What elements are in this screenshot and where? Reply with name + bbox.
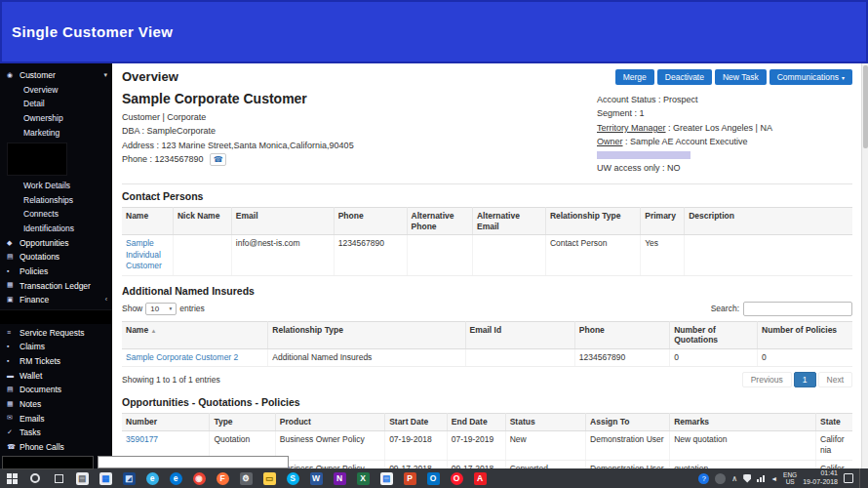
col-number[interactable]: Number xyxy=(122,414,210,431)
internet-explorer-icon: e xyxy=(146,472,159,485)
network-icon[interactable] xyxy=(757,474,765,482)
search-label: Search: xyxy=(711,304,739,313)
claims-icon: ▪ xyxy=(7,343,16,351)
pagination-previous[interactable]: Previous xyxy=(742,372,792,387)
taskbar-app-onenote[interactable]: N xyxy=(328,468,351,488)
sidebar-item-tasks[interactable]: ✓ Tasks xyxy=(0,426,112,440)
sidebar-item-relationships[interactable]: Relationships xyxy=(0,193,112,208)
opportunity-number-link[interactable]: 3590177 xyxy=(126,434,158,444)
col-relationship-type[interactable]: Relationship Type xyxy=(268,321,465,348)
taskbar-app-notepad[interactable]: ▤ xyxy=(70,468,94,488)
sidebar-item-documents[interactable]: ▤ Documents xyxy=(0,383,112,397)
ani-customer-link[interactable]: Sample Corporate Customer 2 xyxy=(126,352,238,362)
sidebar-item-phone-calls[interactable]: ☎ Phone Calls xyxy=(0,440,112,455)
col-phone: Phone xyxy=(334,207,407,234)
taskbar-app-calendar[interactable]: ▦ xyxy=(94,468,117,488)
col-name[interactable]: Name ▲ xyxy=(122,321,268,348)
scrollbar-thumb[interactable] xyxy=(863,65,868,148)
excel-icon: X xyxy=(357,472,370,485)
col-number-of-policies[interactable]: Number of Policies xyxy=(758,321,852,348)
sidebar-item-rm-tickets[interactable]: ▪ RM Tickets xyxy=(0,354,112,369)
call-button[interactable]: ☎ xyxy=(210,153,226,166)
col-start-date[interactable]: Start Date xyxy=(385,414,448,431)
redaction-block xyxy=(7,142,67,176)
sidebar-item-customer[interactable]: ◉ Customer ▾ xyxy=(0,68,112,83)
tray-app-icon[interactable] xyxy=(715,473,726,484)
taskbar-app-edge[interactable]: e xyxy=(164,468,187,488)
col-number-of-quotations[interactable]: Number of Quotations xyxy=(670,321,758,348)
taskbar-app-internet-explorer[interactable]: e xyxy=(140,468,164,488)
sidebar-item-service-requests[interactable]: ≡ Service Requests xyxy=(0,326,112,341)
action-center-icon[interactable] xyxy=(844,473,853,483)
deactivate-button[interactable]: Deactivate xyxy=(657,69,712,85)
chevron-down-icon: ▾ xyxy=(842,74,845,81)
sidebar-item-work-details[interactable]: Work Details xyxy=(0,179,112,193)
communications-dropdown-button[interactable]: Communications ▾ xyxy=(769,69,852,85)
taskbar-app-excel[interactable]: X xyxy=(351,468,375,488)
language-indicator[interactable]: ENG US xyxy=(783,471,797,486)
vertical-scrollbar[interactable] xyxy=(861,63,868,468)
task-view-button[interactable] xyxy=(47,468,70,488)
col-type[interactable]: Type xyxy=(210,414,275,431)
sidebar-item-finance[interactable]: ▣ Finance ‹ xyxy=(0,293,112,307)
show-desktop-button[interactable] xyxy=(859,468,863,488)
ani-search-input[interactable] xyxy=(743,302,852,316)
new-task-button[interactable]: New Task xyxy=(715,69,767,85)
page-size-select[interactable]: 10 ▾ xyxy=(145,303,177,315)
taskbar-app-chrome[interactable]: ◉ xyxy=(187,468,211,488)
start-button[interactable] xyxy=(0,468,23,488)
ani-row: Sample Corporate Customer 2 Additional N… xyxy=(122,348,852,366)
volume-icon[interactable]: ◄ xyxy=(770,475,777,482)
col-assign-to[interactable]: Assign To xyxy=(586,414,670,431)
sidebar-item-wallet[interactable]: ▬ Wallet xyxy=(0,369,112,384)
taskbar-app-wordpad[interactable]: ▤ xyxy=(375,468,398,488)
col-end-date[interactable]: End Date xyxy=(447,414,505,431)
col-email-id[interactable]: Email Id xyxy=(465,321,574,348)
customer-name: Sample Corporate Customer xyxy=(122,91,354,106)
help-icon[interactable]: ? xyxy=(698,473,709,484)
sidebar-item-ownership[interactable]: Ownership xyxy=(0,111,112,126)
sidebar-item-detail[interactable]: Detail xyxy=(0,97,112,111)
sidebar-nav: ◉ Customer ▾ Overview Detail Ownership M… xyxy=(0,63,112,468)
sidebar-item-notes[interactable]: ▦ Notes xyxy=(0,397,112,412)
taskbar-app-file-explorer[interactable]: ▭ xyxy=(257,468,281,488)
app-title: Single Customer View xyxy=(12,23,173,40)
pagination-next[interactable]: Next xyxy=(818,372,852,387)
sidebar-item-transaction-ledger[interactable]: ▦ Transaction Ledger xyxy=(0,279,112,294)
sidebar-item-marketing[interactable]: Marketing xyxy=(0,126,112,141)
taskbar-app-firefox[interactable]: F xyxy=(211,468,234,488)
cortana-button[interactable] xyxy=(23,468,47,488)
cell-assign-to: Demonstration User xyxy=(586,460,670,468)
cell-product: Business Owner Policy xyxy=(275,460,384,468)
merge-button[interactable]: Merge xyxy=(615,69,654,85)
col-phone[interactable]: Phone xyxy=(574,321,669,348)
col-status[interactable]: Status xyxy=(505,414,585,431)
taskbar-app-photos[interactable]: ◩ xyxy=(117,468,140,488)
sidebar-item-quotations[interactable]: ▤ Quotations xyxy=(0,250,112,264)
sidebar-item-opportunities[interactable]: ◆ Opportunities xyxy=(0,236,112,251)
pagination-page-1[interactable]: 1 xyxy=(794,372,816,387)
taskbar-app-acrobat[interactable]: A xyxy=(468,468,492,488)
taskbar-app-outlook[interactable]: O xyxy=(421,468,445,488)
col-state[interactable]: State xyxy=(816,414,853,431)
taskbar-app-skype[interactable]: S xyxy=(281,468,304,488)
cell-remarks: quotation xyxy=(670,460,816,468)
sidebar-item-identifications[interactable]: Identifications xyxy=(0,222,112,236)
taskbar-app-word[interactable]: W xyxy=(304,468,328,488)
hidden-icons-chevron[interactable]: ∧ xyxy=(731,474,737,483)
taskbar-app-powerpoint[interactable]: P xyxy=(398,468,421,488)
col-remarks[interactable]: Remarks xyxy=(670,414,816,431)
contact-person-link[interactable]: Sample Individual Customer xyxy=(126,238,162,270)
sidebar-item-emails[interactable]: ✉ Emails xyxy=(0,412,112,427)
sidebar-item-claims[interactable]: ▪ Claims xyxy=(0,340,112,354)
taskbar-app-settings[interactable]: ⚙ xyxy=(234,468,257,488)
taskbar-clock[interactable]: 01:41 19-07-2018 xyxy=(803,469,838,487)
taskbar-app-opera[interactable]: O xyxy=(445,468,468,488)
sidebar-item-policies[interactable]: ▪ Policies xyxy=(0,264,112,279)
sidebar-item-connects[interactable]: Connects xyxy=(0,207,112,222)
shield-icon[interactable] xyxy=(743,474,751,483)
customer-dba: DBA : SampleCorporate xyxy=(122,124,354,138)
sidebar-item-overview[interactable]: Overview xyxy=(0,83,112,98)
action-buttons: Merge Deactivate New Task Communications… xyxy=(615,69,852,85)
col-product[interactable]: Product xyxy=(275,414,384,431)
